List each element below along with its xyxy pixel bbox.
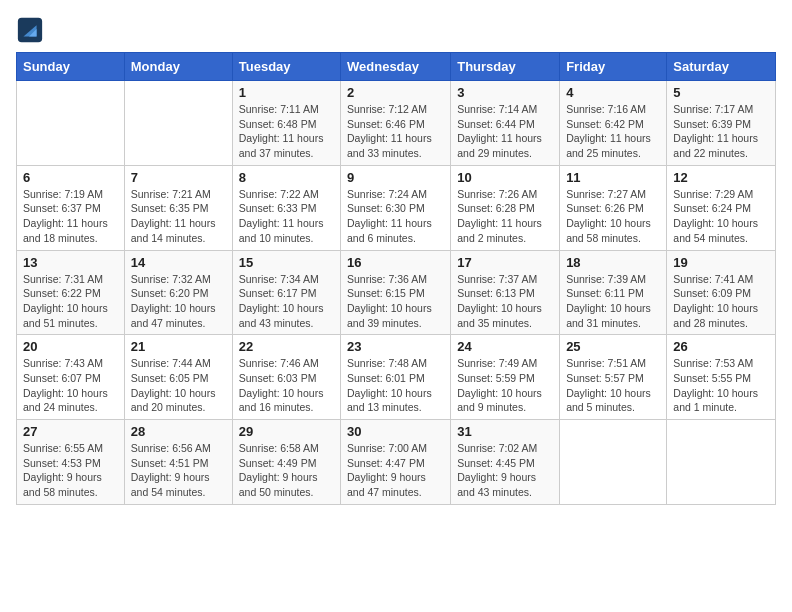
day-number: 31	[457, 424, 553, 439]
day-number: 12	[673, 170, 769, 185]
day-cell	[667, 420, 776, 505]
week-row-5: 27Sunrise: 6:55 AM Sunset: 4:53 PM Dayli…	[17, 420, 776, 505]
day-cell: 13Sunrise: 7:31 AM Sunset: 6:22 PM Dayli…	[17, 250, 125, 335]
day-number: 29	[239, 424, 334, 439]
day-number: 22	[239, 339, 334, 354]
day-number: 17	[457, 255, 553, 270]
day-cell	[124, 81, 232, 166]
day-cell: 23Sunrise: 7:48 AM Sunset: 6:01 PM Dayli…	[341, 335, 451, 420]
header-cell-sunday: Sunday	[17, 53, 125, 81]
day-info: Sunrise: 7:00 AM Sunset: 4:47 PM Dayligh…	[347, 441, 444, 500]
logo	[16, 16, 46, 44]
page-header	[16, 16, 776, 44]
logo-icon	[16, 16, 44, 44]
week-row-1: 1Sunrise: 7:11 AM Sunset: 6:48 PM Daylig…	[17, 81, 776, 166]
day-number: 10	[457, 170, 553, 185]
day-cell: 5Sunrise: 7:17 AM Sunset: 6:39 PM Daylig…	[667, 81, 776, 166]
day-cell: 26Sunrise: 7:53 AM Sunset: 5:55 PM Dayli…	[667, 335, 776, 420]
day-info: Sunrise: 7:53 AM Sunset: 5:55 PM Dayligh…	[673, 356, 769, 415]
header-cell-monday: Monday	[124, 53, 232, 81]
day-info: Sunrise: 7:32 AM Sunset: 6:20 PM Dayligh…	[131, 272, 226, 331]
day-info: Sunrise: 6:58 AM Sunset: 4:49 PM Dayligh…	[239, 441, 334, 500]
day-number: 30	[347, 424, 444, 439]
day-info: Sunrise: 6:55 AM Sunset: 4:53 PM Dayligh…	[23, 441, 118, 500]
day-number: 13	[23, 255, 118, 270]
day-number: 28	[131, 424, 226, 439]
day-cell: 15Sunrise: 7:34 AM Sunset: 6:17 PM Dayli…	[232, 250, 340, 335]
day-info: Sunrise: 7:17 AM Sunset: 6:39 PM Dayligh…	[673, 102, 769, 161]
day-number: 2	[347, 85, 444, 100]
day-info: Sunrise: 7:02 AM Sunset: 4:45 PM Dayligh…	[457, 441, 553, 500]
day-cell: 17Sunrise: 7:37 AM Sunset: 6:13 PM Dayli…	[451, 250, 560, 335]
day-number: 6	[23, 170, 118, 185]
day-number: 25	[566, 339, 660, 354]
day-cell: 1Sunrise: 7:11 AM Sunset: 6:48 PM Daylig…	[232, 81, 340, 166]
svg-rect-0	[18, 18, 42, 42]
day-number: 7	[131, 170, 226, 185]
day-info: Sunrise: 7:36 AM Sunset: 6:15 PM Dayligh…	[347, 272, 444, 331]
day-cell: 2Sunrise: 7:12 AM Sunset: 6:46 PM Daylig…	[341, 81, 451, 166]
day-number: 3	[457, 85, 553, 100]
day-cell: 12Sunrise: 7:29 AM Sunset: 6:24 PM Dayli…	[667, 165, 776, 250]
day-cell: 7Sunrise: 7:21 AM Sunset: 6:35 PM Daylig…	[124, 165, 232, 250]
day-number: 8	[239, 170, 334, 185]
header-cell-tuesday: Tuesday	[232, 53, 340, 81]
week-row-4: 20Sunrise: 7:43 AM Sunset: 6:07 PM Dayli…	[17, 335, 776, 420]
day-cell: 29Sunrise: 6:58 AM Sunset: 4:49 PM Dayli…	[232, 420, 340, 505]
day-cell: 8Sunrise: 7:22 AM Sunset: 6:33 PM Daylig…	[232, 165, 340, 250]
day-info: Sunrise: 7:31 AM Sunset: 6:22 PM Dayligh…	[23, 272, 118, 331]
day-number: 11	[566, 170, 660, 185]
day-info: Sunrise: 7:14 AM Sunset: 6:44 PM Dayligh…	[457, 102, 553, 161]
day-cell: 18Sunrise: 7:39 AM Sunset: 6:11 PM Dayli…	[560, 250, 667, 335]
day-info: Sunrise: 7:49 AM Sunset: 5:59 PM Dayligh…	[457, 356, 553, 415]
day-info: Sunrise: 7:43 AM Sunset: 6:07 PM Dayligh…	[23, 356, 118, 415]
day-cell: 14Sunrise: 7:32 AM Sunset: 6:20 PM Dayli…	[124, 250, 232, 335]
day-info: Sunrise: 7:19 AM Sunset: 6:37 PM Dayligh…	[23, 187, 118, 246]
day-info: Sunrise: 7:48 AM Sunset: 6:01 PM Dayligh…	[347, 356, 444, 415]
day-info: Sunrise: 7:41 AM Sunset: 6:09 PM Dayligh…	[673, 272, 769, 331]
day-info: Sunrise: 7:37 AM Sunset: 6:13 PM Dayligh…	[457, 272, 553, 331]
day-info: Sunrise: 7:12 AM Sunset: 6:46 PM Dayligh…	[347, 102, 444, 161]
day-info: Sunrise: 7:46 AM Sunset: 6:03 PM Dayligh…	[239, 356, 334, 415]
day-cell: 25Sunrise: 7:51 AM Sunset: 5:57 PM Dayli…	[560, 335, 667, 420]
day-number: 21	[131, 339, 226, 354]
day-cell: 24Sunrise: 7:49 AM Sunset: 5:59 PM Dayli…	[451, 335, 560, 420]
day-cell: 28Sunrise: 6:56 AM Sunset: 4:51 PM Dayli…	[124, 420, 232, 505]
calendar-table: SundayMondayTuesdayWednesdayThursdayFrid…	[16, 52, 776, 505]
day-number: 5	[673, 85, 769, 100]
day-number: 24	[457, 339, 553, 354]
day-number: 23	[347, 339, 444, 354]
day-number: 26	[673, 339, 769, 354]
calendar-body: 1Sunrise: 7:11 AM Sunset: 6:48 PM Daylig…	[17, 81, 776, 505]
day-cell: 21Sunrise: 7:44 AM Sunset: 6:05 PM Dayli…	[124, 335, 232, 420]
day-cell: 6Sunrise: 7:19 AM Sunset: 6:37 PM Daylig…	[17, 165, 125, 250]
day-cell	[560, 420, 667, 505]
day-info: Sunrise: 7:34 AM Sunset: 6:17 PM Dayligh…	[239, 272, 334, 331]
day-cell: 10Sunrise: 7:26 AM Sunset: 6:28 PM Dayli…	[451, 165, 560, 250]
day-number: 16	[347, 255, 444, 270]
day-info: Sunrise: 7:39 AM Sunset: 6:11 PM Dayligh…	[566, 272, 660, 331]
day-number: 9	[347, 170, 444, 185]
day-cell: 11Sunrise: 7:27 AM Sunset: 6:26 PM Dayli…	[560, 165, 667, 250]
day-cell	[17, 81, 125, 166]
header-cell-thursday: Thursday	[451, 53, 560, 81]
day-cell: 3Sunrise: 7:14 AM Sunset: 6:44 PM Daylig…	[451, 81, 560, 166]
day-info: Sunrise: 7:24 AM Sunset: 6:30 PM Dayligh…	[347, 187, 444, 246]
day-info: Sunrise: 7:21 AM Sunset: 6:35 PM Dayligh…	[131, 187, 226, 246]
day-number: 20	[23, 339, 118, 354]
day-number: 14	[131, 255, 226, 270]
day-info: Sunrise: 7:44 AM Sunset: 6:05 PM Dayligh…	[131, 356, 226, 415]
day-info: Sunrise: 7:51 AM Sunset: 5:57 PM Dayligh…	[566, 356, 660, 415]
day-cell: 31Sunrise: 7:02 AM Sunset: 4:45 PM Dayli…	[451, 420, 560, 505]
day-number: 15	[239, 255, 334, 270]
day-info: Sunrise: 7:27 AM Sunset: 6:26 PM Dayligh…	[566, 187, 660, 246]
day-info: Sunrise: 7:26 AM Sunset: 6:28 PM Dayligh…	[457, 187, 553, 246]
day-number: 19	[673, 255, 769, 270]
calendar-header: SundayMondayTuesdayWednesdayThursdayFrid…	[17, 53, 776, 81]
day-cell: 22Sunrise: 7:46 AM Sunset: 6:03 PM Dayli…	[232, 335, 340, 420]
day-cell: 27Sunrise: 6:55 AM Sunset: 4:53 PM Dayli…	[17, 420, 125, 505]
day-cell: 9Sunrise: 7:24 AM Sunset: 6:30 PM Daylig…	[341, 165, 451, 250]
day-info: Sunrise: 7:22 AM Sunset: 6:33 PM Dayligh…	[239, 187, 334, 246]
header-cell-wednesday: Wednesday	[341, 53, 451, 81]
week-row-3: 13Sunrise: 7:31 AM Sunset: 6:22 PM Dayli…	[17, 250, 776, 335]
